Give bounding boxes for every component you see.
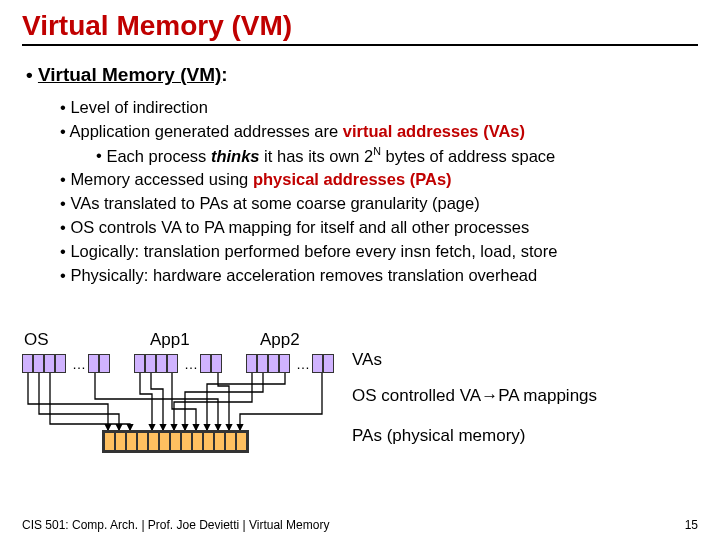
page-title: Virtual Memory (VM)	[22, 10, 698, 46]
text: bytes of address space	[381, 146, 555, 164]
emph-thinks: thinks	[211, 146, 260, 164]
page-number: 15	[685, 518, 698, 532]
app1-label: App1	[150, 330, 190, 350]
vm-diagram: OS App1 App2 … … … VAs OS controlled VA→…	[22, 330, 698, 490]
mapping-svg	[22, 354, 342, 474]
os-label: OS	[24, 330, 49, 350]
slide-footer: CIS 501: Comp. Arch. | Prof. Joe Deviett…	[22, 518, 698, 532]
list-item: Application generated addresses are virt…	[60, 120, 698, 168]
text: Memory accessed using	[70, 170, 253, 188]
app2-label: App2	[260, 330, 300, 350]
list-item: VAs translated to PAs at some coarse gra…	[60, 192, 698, 216]
list-item: OS controls VA to PA mapping for itself …	[60, 216, 698, 240]
list-item: Physically: hardware acceleration remove…	[60, 264, 698, 288]
text: it has its own 2	[260, 146, 374, 164]
emph-va: virtual addresses (VAs)	[343, 122, 525, 140]
pa-cells	[102, 430, 249, 453]
map-label: OS controlled VA→PA mappings	[352, 386, 597, 406]
list-item: Logically: translation performed before …	[60, 240, 698, 264]
header-bullet-colon: :	[221, 64, 227, 85]
text: Application generated addresses are	[69, 122, 342, 140]
pas-label: PAs (physical memory)	[352, 426, 526, 446]
header-bullet-text: Virtual Memory (VM)	[38, 64, 221, 85]
bullet-level1: Virtual Memory (VM):	[26, 64, 698, 86]
sub-list: Each process thinks it has its own 2N by…	[96, 144, 698, 168]
list-item: Memory accessed using physical addresses…	[60, 168, 698, 192]
bullet-list: Level of indirection Application generat…	[60, 96, 698, 288]
vas-label: VAs	[352, 350, 382, 370]
superscript-n: N	[373, 145, 381, 157]
list-item: Level of indirection	[60, 96, 698, 120]
emph-pa: physical addresses (PAs)	[253, 170, 452, 188]
list-item: Each process thinks it has its own 2N by…	[96, 144, 698, 168]
text: Each process	[106, 146, 211, 164]
footer-text: CIS 501: Comp. Arch. | Prof. Joe Deviett…	[22, 518, 329, 532]
